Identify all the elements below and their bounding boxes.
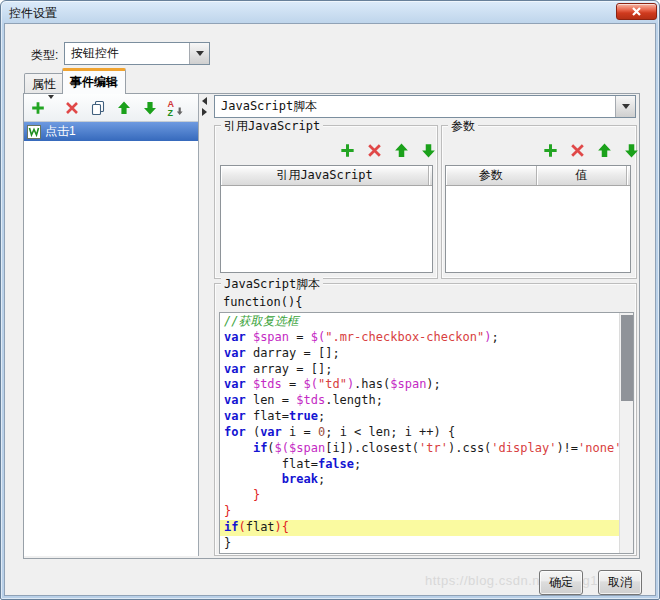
event-item-label: 点击1: [45, 123, 76, 140]
close-button[interactable]: [616, 3, 657, 20]
param-group-title: 参数: [448, 118, 478, 135]
dialog-window: 控件设置 类型: 按钮控件 属性 事件编辑: [0, 0, 660, 600]
code-line: break;: [220, 472, 620, 488]
param-table-header-param[interactable]: 参数: [446, 166, 537, 185]
param-table[interactable]: 参数 值: [445, 165, 631, 273]
copy-event-button[interactable]: [89, 99, 106, 116]
close-icon: [631, 7, 642, 16]
code-editor[interactable]: //获取复选框var $span = $(".mr-checkbox-check…: [219, 312, 634, 554]
code-line: var flat=true;: [220, 409, 620, 425]
script-type-dropdown-arrow-icon[interactable]: [615, 96, 635, 117]
ref-js-toolbar: [339, 142, 437, 159]
param-table-body[interactable]: [446, 186, 630, 272]
script-type-dropdown[interactable]: JavaScript脚本: [214, 95, 636, 118]
param-table-header-value[interactable]: 值: [537, 166, 628, 185]
titlebar[interactable]: 控件设置: [1, 1, 659, 23]
param-table-header-row: 参数 值: [446, 166, 630, 186]
code-line: var $span = $(".mr-checkbox-checkon");: [220, 330, 620, 346]
watermark: https://blog.csdn.net/qiang1cqq: [425, 573, 620, 588]
ref-js-add-button[interactable]: [339, 142, 356, 159]
param-table-header-filler: [627, 166, 630, 185]
delete-event-button[interactable]: [63, 99, 80, 116]
type-label: 类型:: [31, 47, 58, 64]
param-add-button[interactable]: [542, 142, 559, 159]
code-line: for (var i = 0; i < len; i ++) {: [220, 425, 620, 441]
cancel-button[interactable]: 取消: [598, 570, 642, 595]
ref-js-delete-button[interactable]: [366, 142, 383, 159]
splitter-expand-right-icon[interactable]: [200, 107, 209, 117]
ref-js-move-up-button[interactable]: [393, 142, 410, 159]
tab-event-edit[interactable]: 事件编辑: [62, 68, 126, 94]
ref-js-table-header-filler: [429, 166, 432, 185]
code-line: var len = $tds.length;: [220, 393, 620, 409]
event-script-icon: [27, 125, 41, 139]
event-toolbar: A Z: [24, 94, 198, 122]
ok-button[interactable]: 确定: [539, 570, 583, 595]
code-line: if($($span[i]).closest('tr').css('displa…: [220, 441, 620, 457]
editor-scrollbar-thumb[interactable]: [621, 315, 633, 401]
type-dropdown-arrow-icon[interactable]: [189, 43, 209, 64]
code-line: var darray = [];: [220, 346, 620, 362]
ref-js-move-down-button[interactable]: [420, 142, 437, 159]
add-event-button[interactable]: [29, 99, 46, 116]
param-delete-button[interactable]: [569, 142, 586, 159]
event-list-item[interactable]: 点击1: [24, 122, 198, 141]
code-line: }: [220, 536, 620, 552]
sort-az-button[interactable]: A Z: [167, 99, 184, 116]
code-line: if(flat){: [220, 520, 620, 536]
editor-scrollbar[interactable]: [619, 313, 633, 553]
move-event-up-button[interactable]: [115, 99, 132, 116]
ref-js-table[interactable]: 引用JavaScript: [220, 165, 433, 273]
event-list-pane: A Z 点击1: [24, 94, 199, 556]
type-dropdown-value: 按钮控件: [65, 45, 189, 62]
code-line: flat=false;: [220, 457, 620, 473]
code-line: var $tds = $("td").has($span);: [220, 377, 620, 393]
ref-js-table-body[interactable]: [221, 186, 432, 272]
tab-properties[interactable]: 属性: [24, 73, 64, 94]
code-line: }: [220, 488, 620, 504]
param-toolbar: [542, 142, 640, 159]
script-type-dropdown-value: JavaScript脚本: [215, 98, 615, 115]
add-event-dropdown-icon[interactable]: [48, 99, 54, 117]
param-move-down-button[interactable]: [623, 142, 640, 159]
ref-js-table-header-row: 引用JavaScript: [221, 166, 432, 186]
code-line: }: [220, 504, 620, 520]
event-list[interactable]: 点击1: [24, 122, 198, 556]
move-event-down-button[interactable]: [141, 99, 158, 116]
splitter-collapse-left-icon[interactable]: [200, 96, 209, 106]
script-group-title: JavaScript脚本: [221, 276, 323, 293]
code-line: var array = [];: [220, 362, 620, 378]
function-open-label: function(){: [223, 295, 302, 309]
ref-js-group-title: 引用JavaScript: [221, 118, 323, 135]
svg-text:Z: Z: [168, 108, 174, 117]
code-line: //获取复选框: [220, 314, 620, 330]
type-dropdown[interactable]: 按钮控件: [64, 42, 210, 65]
code-lines: //获取复选框var $span = $(".mr-checkbox-check…: [220, 314, 620, 553]
ref-js-table-header[interactable]: 引用JavaScript: [221, 166, 429, 185]
param-move-up-button[interactable]: [596, 142, 613, 159]
window-title: 控件设置: [9, 5, 57, 22]
